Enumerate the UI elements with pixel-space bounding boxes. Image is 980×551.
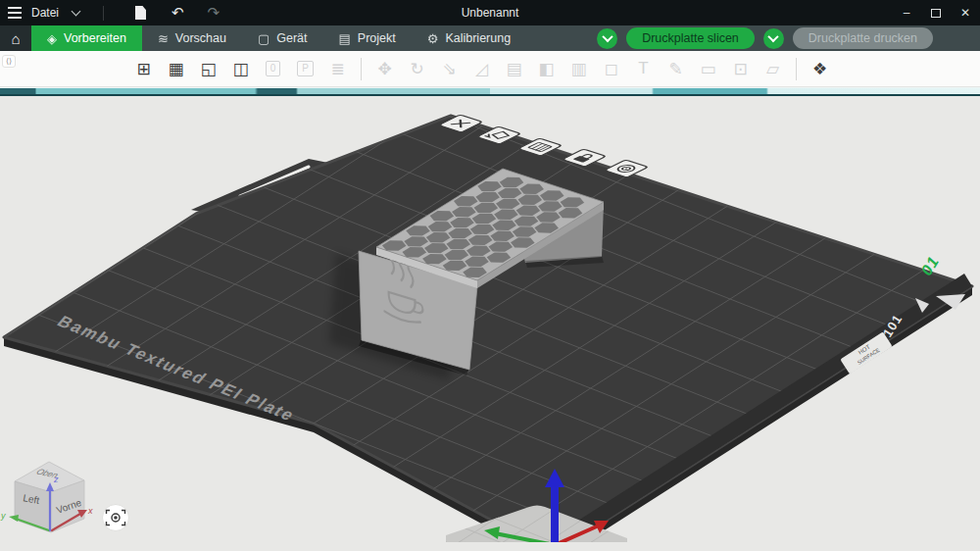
layer-list-icon: ≣ [324,56,351,82]
divider [103,6,104,21]
calibration-icon: ⚙ [427,31,439,46]
device-icon: ▢ [258,31,270,46]
toolbar-divider [361,58,362,80]
viewport-3d[interactable]: 101 HOT SURFACE 01 Bambu Textured PEI Pl… [0,87,980,542]
arrange-icon[interactable]: ◫ [227,56,254,82]
split-to-parts-icon: ▥ [565,56,592,82]
window-title: Unbenannt [0,6,980,20]
slice-options-chevron[interactable] [597,28,617,49]
object-toolbar: ⟨⟩ ⊞▦◱◫0P≣✥↻⇘◿▤◧▥◻T✎▭⊡▱❖ [0,51,980,87]
tab-label: Kalibrierung [445,31,511,45]
chevron-down-icon[interactable] [72,7,81,17]
tab-bar: ⌂ ◈ Vorbereiten ≋ Vorschau ▢ Gerät ▤ Pro… [0,25,980,51]
minimize-button[interactable]: – [892,0,921,25]
svg-text:z: z [53,475,59,484]
seam-icon: ▱ [760,56,786,82]
tab-label: Vorbereiten [64,31,126,45]
close-button[interactable]: ✕ [951,0,980,25]
print-options-chevron[interactable] [763,28,784,49]
doc-0-icon: 0 [260,56,286,82]
print-plate-button[interactable]: Druckplatte drucken [793,27,933,49]
svg-text:y: y [0,511,6,521]
add-text-icon: T [630,56,657,82]
build-plate[interactable]: 101 HOT SURFACE 01 Bambu Textured PEI Pl… [4,87,972,542]
rotate-icon: ↻ [404,56,430,82]
slice-plate-button[interactable]: Druckplatte slicen [626,27,755,49]
mesh-boolean-icon: ◻ [598,56,624,82]
assembly-icon: ⊡ [727,56,754,82]
preview-icon: ≋ [158,31,169,46]
split-view-icon[interactable]: ❖ [807,56,833,82]
lay-on-face-icon: ◿ [468,56,495,82]
nav-cube[interactable]: Oben Left Vorne y x z [0,462,93,532]
tab-geraet[interactable]: ▢ Gerät [242,25,323,51]
prepare-icon: ◈ [47,31,57,46]
chevron-down-icon [768,31,779,42]
new-project-icon[interactable] [135,6,146,20]
chevron-down-icon [602,31,612,42]
tab-kalibrierung[interactable]: ⚙ Kalibrierung [412,25,526,51]
toolbar-divider [796,58,797,80]
move-icon: ✥ [371,56,398,82]
tab-vorbereiten[interactable]: ◈ Vorbereiten [31,25,142,51]
paint-icon: ✎ [662,56,689,82]
tab-label: Gerät [276,31,307,45]
doc-p-icon: P [292,56,318,82]
split-to-plates-icon: ▤ [501,56,527,82]
restore-button[interactable] [921,0,951,25]
redo-button[interactable]: ↷ [196,4,232,22]
svg-text:x: x [87,506,93,516]
tab-vorschau[interactable]: ≋ Vorschau [142,25,242,51]
undo-button[interactable]: ↶ [160,4,196,22]
restore-icon [931,9,941,18]
auto-orient-icon[interactable]: ◱ [195,56,221,82]
add-plate-icon[interactable]: ▦ [163,56,189,82]
split-to-objects-icon: ◧ [533,56,560,82]
file-menu[interactable]: Datei [31,6,59,20]
title-bar: Datei ↶ ↷ Unbenannt – ✕ [0,0,980,25]
measure-icon: ▭ [695,56,721,82]
add-model-icon[interactable]: ⊞ [130,56,157,82]
project-icon: ▤ [339,31,351,46]
scale-icon: ⇘ [436,56,463,82]
tab-label: Vorschau [175,31,226,45]
view-reset-button[interactable] [103,505,129,531]
hamburger-menu-icon[interactable] [0,0,29,25]
sidebar-collapse-button[interactable]: ⟨⟩ [2,55,16,68]
home-button[interactable]: ⌂ [0,25,31,51]
tab-projekt[interactable]: ▤ Projekt [323,25,412,51]
tab-label: Projekt [358,31,396,45]
